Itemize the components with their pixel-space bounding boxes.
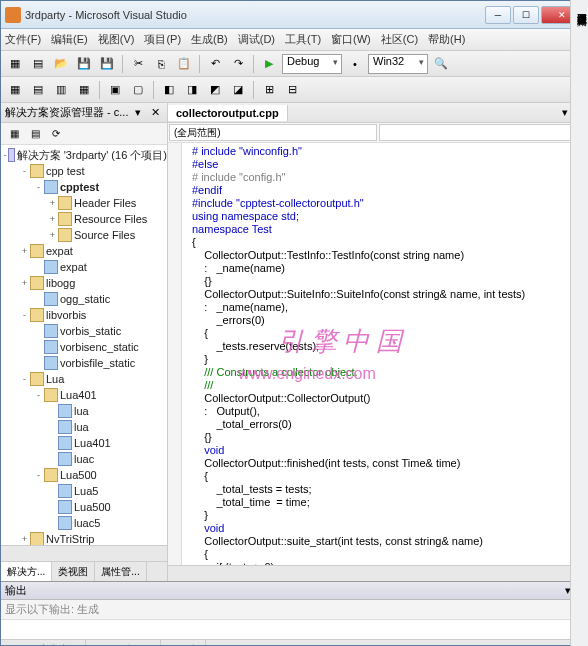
show-all-icon[interactable]: ▤	[26, 125, 44, 143]
refresh-icon[interactable]: ⟳	[47, 125, 65, 143]
tree-node[interactable]: ogg_static	[1, 291, 167, 307]
code-line[interactable]: CollectorOutput::suite_start(int tests, …	[168, 535, 587, 548]
tree-hscroll[interactable]	[1, 545, 167, 561]
undo-icon[interactable]: ↶	[205, 54, 225, 74]
tb2-icon[interactable]: ▣	[105, 80, 125, 100]
tb2-icon[interactable]: ▦	[5, 80, 25, 100]
bottom-tab[interactable]: ▣代码定义窗口	[1, 640, 86, 646]
tree-node[interactable]: luac	[1, 451, 167, 467]
tree-node[interactable]: -cpp test	[1, 163, 167, 179]
tb2-icon[interactable]: ▦	[74, 80, 94, 100]
tree-node[interactable]: vorbisfile_static	[1, 355, 167, 371]
find-icon[interactable]: 🔍	[431, 54, 451, 74]
code-line[interactable]: # include "winconfig.h"	[168, 145, 587, 158]
code-line[interactable]: {	[168, 470, 587, 483]
editor-tab-active[interactable]: collectoroutput.cpp	[168, 105, 288, 121]
code-line[interactable]: _total_tests = tests;	[168, 483, 587, 496]
code-line[interactable]: {}	[168, 431, 587, 444]
pin-icon[interactable]: ▾	[132, 106, 144, 119]
start-debug-icon[interactable]: ▶	[259, 54, 279, 74]
tree-node[interactable]: -Lua500	[1, 467, 167, 483]
tree-node[interactable]: +Source Files	[1, 227, 167, 243]
solution-root[interactable]: - 解决方案 '3rdparty' (16 个项目)	[1, 147, 167, 163]
code-line[interactable]: ///	[168, 379, 587, 392]
tree-node[interactable]: luac5	[1, 515, 167, 531]
code-line[interactable]: void	[168, 522, 587, 535]
sidebar-tab[interactable]: 解决方...	[1, 562, 52, 581]
tree-node[interactable]: -cpptest	[1, 179, 167, 195]
tree-node[interactable]: -Lua401	[1, 387, 167, 403]
save-icon[interactable]: 💾	[74, 54, 94, 74]
code-line[interactable]: CollectorOutput::CollectorOutput()	[168, 392, 587, 405]
properties-icon[interactable]: ▦	[5, 125, 23, 143]
tree-node[interactable]: -libvorbis	[1, 307, 167, 323]
config-select[interactable]: Debug	[282, 54, 342, 74]
code-line[interactable]: {	[168, 548, 587, 561]
tree-node[interactable]: +Header Files	[1, 195, 167, 211]
tb2-icon[interactable]: ◨	[182, 80, 202, 100]
tree-node[interactable]: +Resource Files	[1, 211, 167, 227]
tb2-icon[interactable]: ◧	[159, 80, 179, 100]
code-line[interactable]: #include "cpptest-collectoroutput.h"	[168, 197, 587, 210]
tb2-icon[interactable]: ▥	[51, 80, 71, 100]
code-line[interactable]: # include "config.h"	[168, 171, 587, 184]
output-body[interactable]	[1, 620, 587, 638]
menu-item[interactable]: 生成(B)	[191, 32, 228, 47]
sidebar-tab[interactable]: 类视图	[52, 562, 95, 581]
menu-item[interactable]: 帮助(H)	[428, 32, 465, 47]
code-line[interactable]: using namespace std;	[168, 210, 587, 223]
tb2-icon[interactable]: ◪	[228, 80, 248, 100]
bottom-tab[interactable]: ▣调用浏览器	[86, 640, 161, 646]
code-line[interactable]: namespace Test	[168, 223, 587, 236]
tree-node[interactable]: Lua5	[1, 483, 167, 499]
tree-node[interactable]: vorbisenc_static	[1, 339, 167, 355]
redo-icon[interactable]: ↷	[228, 54, 248, 74]
code-line[interactable]: : Output(),	[168, 405, 587, 418]
code-line[interactable]: {}	[168, 275, 587, 288]
maximize-button[interactable]: ☐	[513, 6, 539, 24]
tb2-icon[interactable]: ⊞	[259, 80, 279, 100]
code-line[interactable]: #endif	[168, 184, 587, 197]
code-line[interactable]: CollectorOutput::SuiteInfo::SuiteInfo(co…	[168, 288, 587, 301]
tree-node[interactable]: +NvTriStrip	[1, 531, 167, 545]
code-area[interactable]: 引 擎 中 国 www.enginedx.com # include "winc…	[168, 143, 587, 565]
tree-node[interactable]: lua	[1, 403, 167, 419]
code-line[interactable]: }	[168, 353, 587, 366]
tb2-icon[interactable]: ◩	[205, 80, 225, 100]
menu-item[interactable]: 编辑(E)	[51, 32, 88, 47]
code-line[interactable]: CollectorOutput::finished(int tests, con…	[168, 457, 587, 470]
code-line[interactable]: {	[168, 327, 587, 340]
right-collapsed-panels[interactable]: 服务器资源管理器 工具箱	[570, 0, 588, 646]
tb2-icon[interactable]: ⊟	[282, 80, 302, 100]
save-all-icon[interactable]: 💾	[97, 54, 117, 74]
menu-item[interactable]: 窗口(W)	[331, 32, 371, 47]
tree-node[interactable]: -Lua	[1, 371, 167, 387]
sidebar-tab[interactable]: 属性管...	[95, 562, 146, 581]
add-item-icon[interactable]: ▤	[28, 54, 48, 74]
menu-item[interactable]: 视图(V)	[98, 32, 135, 47]
menu-item[interactable]: 社区(C)	[381, 32, 418, 47]
new-project-icon[interactable]: ▦	[5, 54, 25, 74]
member-select[interactable]	[379, 124, 587, 141]
copy-icon[interactable]: ⎘	[151, 54, 171, 74]
code-line[interactable]: {	[168, 236, 587, 249]
tree-node[interactable]: Lua500	[1, 499, 167, 515]
tree-node[interactable]: expat	[1, 259, 167, 275]
tree-node[interactable]: +libogg	[1, 275, 167, 291]
code-line[interactable]: }	[168, 509, 587, 522]
panel-close-icon[interactable]: ✕	[148, 106, 163, 119]
code-line[interactable]: : _name(name)	[168, 262, 587, 275]
tree-node[interactable]: +expat	[1, 243, 167, 259]
platform-select[interactable]: Win32	[368, 54, 428, 74]
cut-icon[interactable]: ✂	[128, 54, 148, 74]
open-icon[interactable]: 📂	[51, 54, 71, 74]
tree-node[interactable]: Lua401	[1, 435, 167, 451]
tb2-icon[interactable]: ▤	[28, 80, 48, 100]
menu-item[interactable]: 调试(D)	[238, 32, 275, 47]
menu-item[interactable]: 文件(F)	[5, 32, 41, 47]
code-line[interactable]: _total_time = time;	[168, 496, 587, 509]
solution-tree[interactable]: - 解决方案 '3rdparty' (16 个项目) -cpp test-cpp…	[1, 145, 167, 545]
scope-select[interactable]: (全局范围)	[169, 124, 377, 141]
tree-node[interactable]: vorbis_static	[1, 323, 167, 339]
code-line[interactable]: /// Constructs a collector object.	[168, 366, 587, 379]
